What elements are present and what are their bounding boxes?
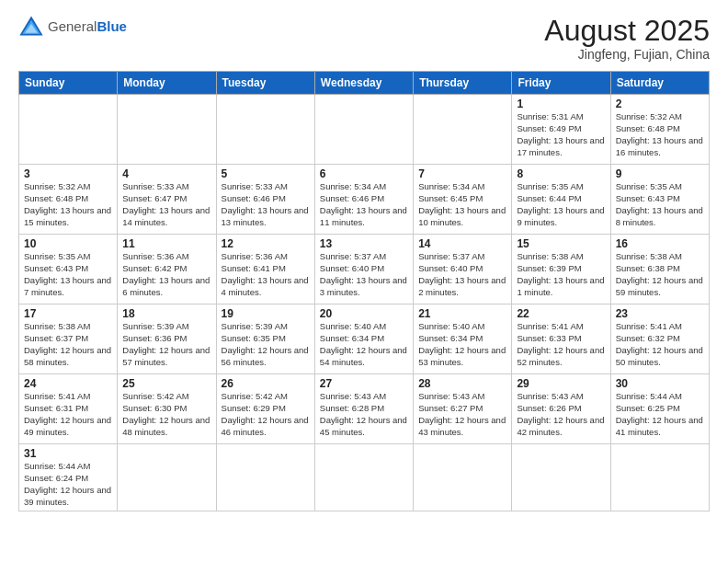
day-number: 17 (24, 307, 112, 320)
table-row: 14Sunrise: 5:37 AM Sunset: 6:40 PM Dayli… (414, 235, 512, 304)
table-row (314, 95, 413, 165)
table-row: 12Sunrise: 5:36 AM Sunset: 6:41 PM Dayli… (216, 235, 314, 304)
col-tuesday: Tuesday (216, 72, 314, 95)
table-row: 11Sunrise: 5:36 AM Sunset: 6:42 PM Dayli… (118, 235, 216, 304)
table-row (414, 95, 512, 165)
day-info: Sunrise: 5:41 AM Sunset: 6:31 PM Dayligh… (24, 391, 112, 438)
day-info: Sunrise: 5:37 AM Sunset: 6:40 PM Dayligh… (320, 251, 408, 298)
day-number: 30 (616, 377, 704, 390)
day-info: Sunrise: 5:41 AM Sunset: 6:33 PM Dayligh… (517, 321, 605, 368)
day-number: 6 (320, 167, 408, 180)
col-monday: Monday (118, 72, 216, 95)
day-number: 8 (517, 167, 605, 180)
calendar-table: Sunday Monday Tuesday Wednesday Thursday… (18, 71, 710, 511)
table-row: 30Sunrise: 5:44 AM Sunset: 6:25 PM Dayli… (610, 374, 709, 444)
day-number: 16 (616, 237, 704, 250)
day-info: Sunrise: 5:40 AM Sunset: 6:34 PM Dayligh… (418, 321, 506, 368)
day-number: 29 (517, 377, 605, 390)
day-number: 3 (24, 167, 112, 180)
table-row: 16Sunrise: 5:38 AM Sunset: 6:38 PM Dayli… (610, 235, 709, 304)
day-number: 25 (122, 377, 210, 390)
location: Jingfeng, Fujian, China (544, 47, 710, 62)
table-row: 9Sunrise: 5:35 AM Sunset: 6:43 PM Daylig… (610, 165, 709, 235)
day-info: Sunrise: 5:38 AM Sunset: 6:39 PM Dayligh… (517, 251, 605, 298)
table-row: 24Sunrise: 5:41 AM Sunset: 6:31 PM Dayli… (19, 374, 118, 444)
day-info: Sunrise: 5:37 AM Sunset: 6:40 PM Dayligh… (418, 251, 506, 298)
day-number: 13 (320, 237, 408, 250)
day-number: 7 (418, 167, 506, 180)
day-number: 14 (418, 237, 506, 250)
logo-text: GeneralBlue (48, 18, 127, 34)
logo: GeneralBlue (18, 15, 127, 37)
table-row: 10Sunrise: 5:35 AM Sunset: 6:43 PM Dayli… (19, 235, 118, 304)
day-number: 4 (122, 167, 210, 180)
day-number: 28 (418, 377, 506, 390)
day-number: 24 (24, 377, 112, 390)
day-info: Sunrise: 5:43 AM Sunset: 6:27 PM Dayligh… (418, 391, 506, 438)
col-sunday: Sunday (19, 72, 118, 95)
day-info: Sunrise: 5:34 AM Sunset: 6:46 PM Dayligh… (320, 181, 408, 228)
table-row: 22Sunrise: 5:41 AM Sunset: 6:33 PM Dayli… (512, 304, 610, 374)
day-number: 19 (222, 307, 310, 320)
table-row (216, 95, 314, 165)
day-number: 12 (222, 237, 310, 250)
day-info: Sunrise: 5:40 AM Sunset: 6:34 PM Dayligh… (320, 321, 408, 368)
table-row (414, 444, 512, 511)
day-info: Sunrise: 5:36 AM Sunset: 6:41 PM Dayligh… (222, 251, 310, 298)
day-info: Sunrise: 5:38 AM Sunset: 6:38 PM Dayligh… (616, 251, 704, 298)
table-row: 13Sunrise: 5:37 AM Sunset: 6:40 PM Dayli… (314, 235, 413, 304)
day-info: Sunrise: 5:33 AM Sunset: 6:47 PM Dayligh… (122, 181, 210, 228)
day-number: 10 (24, 237, 112, 250)
table-row (118, 444, 216, 511)
day-info: Sunrise: 5:35 AM Sunset: 6:43 PM Dayligh… (24, 251, 112, 298)
day-info: Sunrise: 5:35 AM Sunset: 6:43 PM Dayligh… (616, 181, 704, 228)
page: GeneralBlue August 2025 Jingfeng, Fujian… (0, 0, 728, 563)
day-number: 22 (517, 307, 605, 320)
table-row: 31Sunrise: 5:44 AM Sunset: 6:24 PM Dayli… (19, 444, 118, 511)
day-info: Sunrise: 5:38 AM Sunset: 6:37 PM Dayligh… (24, 321, 112, 368)
day-number: 21 (418, 307, 506, 320)
month-title: August 2025 (544, 15, 710, 47)
table-row: 5Sunrise: 5:33 AM Sunset: 6:46 PM Daylig… (216, 165, 314, 235)
table-row: 7Sunrise: 5:34 AM Sunset: 6:45 PM Daylig… (414, 165, 512, 235)
day-number: 15 (517, 237, 605, 250)
day-info: Sunrise: 5:31 AM Sunset: 6:49 PM Dayligh… (517, 111, 605, 158)
day-number: 20 (320, 307, 408, 320)
col-thursday: Thursday (414, 72, 512, 95)
day-number: 23 (616, 307, 704, 320)
table-row (610, 444, 709, 511)
header: GeneralBlue August 2025 Jingfeng, Fujian… (18, 15, 710, 62)
table-row: 29Sunrise: 5:43 AM Sunset: 6:26 PM Dayli… (512, 374, 610, 444)
day-info: Sunrise: 5:43 AM Sunset: 6:26 PM Dayligh… (517, 391, 605, 438)
table-row: 4Sunrise: 5:33 AM Sunset: 6:47 PM Daylig… (118, 165, 216, 235)
day-info: Sunrise: 5:34 AM Sunset: 6:45 PM Dayligh… (418, 181, 506, 228)
day-info: Sunrise: 5:33 AM Sunset: 6:46 PM Dayligh… (222, 181, 310, 228)
day-info: Sunrise: 5:42 AM Sunset: 6:29 PM Dayligh… (222, 391, 310, 438)
day-info: Sunrise: 5:43 AM Sunset: 6:28 PM Dayligh… (320, 391, 408, 438)
title-block: August 2025 Jingfeng, Fujian, China (544, 15, 710, 62)
day-number: 1 (517, 98, 605, 110)
day-info: Sunrise: 5:36 AM Sunset: 6:42 PM Dayligh… (122, 251, 210, 298)
table-row (216, 444, 314, 511)
table-row: 6Sunrise: 5:34 AM Sunset: 6:46 PM Daylig… (314, 165, 413, 235)
day-number: 31 (24, 447, 112, 460)
day-number: 27 (320, 377, 408, 390)
logo-icon (18, 15, 44, 37)
table-row: 26Sunrise: 5:42 AM Sunset: 6:29 PM Dayli… (216, 374, 314, 444)
day-number: 2 (616, 98, 704, 110)
day-number: 18 (122, 307, 210, 320)
table-row (512, 444, 610, 511)
table-row: 2Sunrise: 5:32 AM Sunset: 6:48 PM Daylig… (610, 95, 709, 165)
day-number: 11 (122, 237, 210, 250)
day-info: Sunrise: 5:32 AM Sunset: 6:48 PM Dayligh… (616, 111, 704, 158)
table-row (19, 95, 118, 165)
day-info: Sunrise: 5:39 AM Sunset: 6:35 PM Dayligh… (222, 321, 310, 368)
day-info: Sunrise: 5:32 AM Sunset: 6:48 PM Dayligh… (24, 181, 112, 228)
table-row (118, 95, 216, 165)
table-row: 25Sunrise: 5:42 AM Sunset: 6:30 PM Dayli… (118, 374, 216, 444)
day-info: Sunrise: 5:35 AM Sunset: 6:44 PM Dayligh… (517, 181, 605, 228)
day-info: Sunrise: 5:44 AM Sunset: 6:25 PM Dayligh… (616, 391, 704, 438)
table-row: 18Sunrise: 5:39 AM Sunset: 6:36 PM Dayli… (118, 304, 216, 374)
day-info: Sunrise: 5:42 AM Sunset: 6:30 PM Dayligh… (122, 391, 210, 438)
day-info: Sunrise: 5:41 AM Sunset: 6:32 PM Dayligh… (616, 321, 704, 368)
